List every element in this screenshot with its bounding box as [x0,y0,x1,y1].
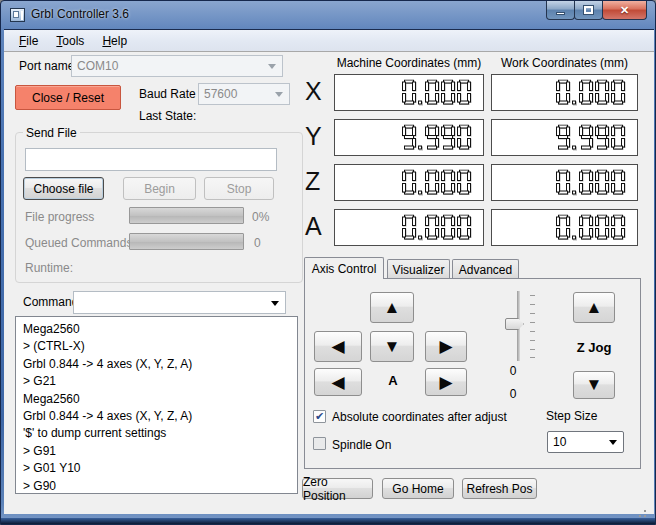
dropdown-arrow-icon [268,64,276,69]
console-line: > G01 Y10 [23,460,290,477]
console-line: '$' to dump current settings [23,425,290,442]
step-size-label: Step Size [546,409,597,423]
resize-grip[interactable] [637,508,647,518]
app-window: Grbl Controller 3.6 ✕ File Tools Help Po… [0,0,656,525]
step-size-combobox[interactable]: 10 [547,431,624,453]
right-arrow-icon: ▶ [439,336,452,357]
checkmark-icon: ✔ [315,410,324,423]
send-file-group-label: Send File [23,126,80,140]
command-combobox[interactable] [73,291,286,314]
app-icon [10,8,25,22]
work-coordinates-header: Work Coordinates (mm) [491,56,638,70]
up-arrow-icon: ▲ [586,298,603,318]
window-frame-bottom [1,518,655,524]
command-label: Command [23,295,78,309]
jog-y-plus-button[interactable]: ▲ [370,292,414,323]
machine-coordinate-display-y [334,119,484,156]
jog-x-plus-button[interactable]: ▶ [425,331,467,362]
console-line: > (CTRL-X) [23,338,290,355]
machine-coordinate-display-z [334,164,484,201]
file-progress-value: 0% [252,210,269,224]
port-name-label: Port name [19,59,74,73]
file-path-input[interactable] [25,148,277,171]
file-progress-label: File progress [25,210,94,224]
machine-coordinate-display-x [334,74,484,111]
close-icon: ✕ [620,4,629,17]
go-home-button[interactable]: Go Home [382,478,454,499]
machine-coordinate-display-a [334,209,484,246]
title-bar[interactable]: Grbl Controller 3.6 ✕ [1,1,655,29]
menu-tools[interactable]: Tools [47,32,93,50]
baud-rate-label: Baud Rate [139,87,196,101]
console-output[interactable]: Mega2560 > (CTRL-X) Grbl 0.844 -> 4 axes… [15,316,298,494]
close-reset-button[interactable]: Close / Reset [15,85,121,110]
close-button[interactable]: ✕ [602,1,647,20]
slider-value-top: 0 [506,364,520,378]
z-jog-label: Z Jog [566,340,622,355]
left-arrow-icon: ◀ [331,372,344,393]
last-state-label: Last State: [139,109,196,123]
left-arrow-icon: ◀ [331,336,344,357]
dropdown-arrow-icon [609,440,617,445]
spindle-on-checkbox[interactable]: ✔ [313,437,326,450]
absolute-coordinates-label: Absolute coordinates after adjust [332,410,507,424]
jog-z-minus-button[interactable]: ▼ [573,371,615,399]
console-line: Mega2560 [23,391,290,408]
machine-coordinates-header: Machine Coordinates (mm) [334,56,484,70]
file-progress-bar [129,207,244,224]
baud-rate-combobox[interactable]: 57600 [198,83,290,105]
axis-label-a: A [305,212,322,241]
checkmark-icon: ✔ [315,437,324,450]
jog-z-plus-button[interactable]: ▲ [573,292,615,323]
queued-commands-label: Queued Commands [25,236,132,250]
begin-button[interactable]: Begin [123,177,196,200]
menu-help[interactable]: Help [93,32,136,50]
work-coordinate-display-a [491,209,638,246]
up-arrow-icon: ▲ [384,298,401,318]
stop-button[interactable]: Stop [204,177,274,200]
port-name-combobox[interactable]: COM10 [71,55,283,77]
tab-axis-control[interactable]: Axis Control [304,257,384,279]
dropdown-arrow-icon [275,92,283,97]
jog-a-plus-button[interactable]: ▶ [425,368,467,396]
queued-commands-value: 0 [254,236,261,250]
absolute-coordinates-checkbox[interactable]: ✔ [313,410,326,423]
queued-commands-bar [129,233,244,250]
zero-position-button[interactable]: Zero Position [302,478,373,499]
console-line: Mega2560 [23,321,290,338]
maximize-button[interactable] [574,1,603,20]
a-axis-label: A [381,373,405,388]
slider-value-bottom: 0 [506,387,520,401]
minimize-icon [556,12,565,15]
console-line: > G21 [23,373,290,390]
axis-label-z: Z [305,167,320,196]
jog-x-minus-button[interactable]: ◀ [314,331,362,362]
jog-y-minus-button[interactable]: ▼ [370,331,414,362]
tab-visualizer[interactable]: Visualizer [387,259,450,279]
tab-advanced[interactable]: Advanced [452,259,519,279]
down-arrow-icon: ▼ [586,375,603,395]
menu-file[interactable]: File [10,32,47,50]
dropdown-arrow-icon [271,301,279,306]
maximize-icon [584,6,593,14]
menu-bar: File Tools Help [4,30,654,52]
work-coordinate-display-y [491,119,638,156]
axis-label-y: Y [305,122,322,151]
axis-label-x: X [305,77,322,106]
work-coordinate-display-x [491,74,638,111]
work-coordinate-display-z [491,164,638,201]
runtime-label: Runtime: [25,261,73,275]
right-arrow-icon: ▶ [439,372,452,393]
spindle-on-label: Spindle On [332,438,391,452]
jog-a-minus-button[interactable]: ◀ [314,368,362,396]
console-line: Grbl 0.844 -> 4 axes (X, Y, Z, A) [23,356,290,373]
console-line: Grbl 0.844 -> 4 axes (X, Y, Z, A) [23,408,290,425]
choose-file-button[interactable]: Choose file [23,177,104,200]
console-line: > G90 [23,478,290,494]
refresh-pos-button[interactable]: Refresh Pos [462,478,537,499]
console-line: > G91 [23,443,290,460]
minimize-button[interactable] [546,1,575,20]
window-title: Grbl Controller 3.6 [31,7,129,21]
down-arrow-icon: ▼ [384,337,401,357]
